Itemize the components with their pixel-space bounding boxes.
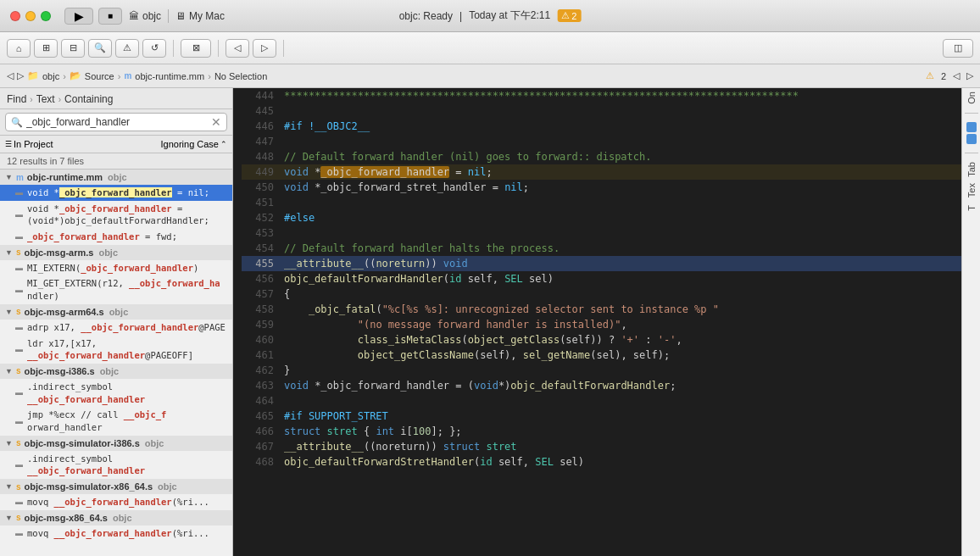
stop-button[interactable]: ■ bbox=[98, 8, 122, 25]
line-text bbox=[284, 225, 961, 241]
search-bar: 🔍 ✕ bbox=[0, 109, 232, 136]
result-item[interactable]: ▬ ldr x17,[x17, __objc_forward_handler@P… bbox=[0, 336, 232, 364]
result-group-sim-x86[interactable]: ▼ s objc-msg-simulator-x86_64.s objc bbox=[0, 479, 232, 494]
right-checkboxes bbox=[966, 122, 977, 144]
code-content[interactable]: 444 ************************************… bbox=[233, 88, 961, 556]
on-label[interactable]: On bbox=[966, 92, 977, 104]
checkbox-2[interactable] bbox=[966, 134, 977, 144]
warning-button[interactable]: ⚠ bbox=[115, 39, 139, 58]
result-bullet: ▬ bbox=[15, 416, 24, 427]
result-item[interactable]: ▬ adrp x17, __objc_forward_handler@PAGE bbox=[0, 320, 232, 336]
results-count: 12 results in 7 files bbox=[0, 153, 232, 170]
scope-selector[interactable]: ☰ In Project bbox=[5, 139, 53, 149]
back-button[interactable]: ◁ bbox=[226, 39, 249, 58]
code-line: 444 ************************************… bbox=[242, 88, 961, 103]
minimize-button[interactable] bbox=[25, 11, 36, 21]
play-button[interactable]: ▶ bbox=[64, 8, 93, 25]
result-text: movq __objc_forward_handler(%ri... bbox=[27, 527, 209, 540]
code-line: 466 struct stret { int i[100]; }; bbox=[242, 424, 961, 439]
file-type-icon: s bbox=[16, 247, 21, 257]
search-input[interactable] bbox=[26, 116, 208, 128]
search-button[interactable]: 🔍 bbox=[88, 39, 112, 58]
results-count-text: 12 results in 7 files bbox=[7, 156, 84, 166]
result-item[interactable]: ▬ jmp *%ecx // call __objc_forward_handl… bbox=[0, 407, 232, 435]
status-text: objc: Ready bbox=[399, 10, 453, 22]
result-item[interactable]: ▬ void *_objc_forward_handler = (void*)o… bbox=[0, 201, 232, 229]
line-text: // Default forward handler (nil) goes to… bbox=[284, 149, 961, 164]
result-group-x86[interactable]: ▼ s objc-msg-x86_64.s objc bbox=[0, 510, 232, 525]
line-text: objc_defaultForwardHandler(id self, SEL … bbox=[284, 271, 961, 286]
nav-objc: objc bbox=[42, 71, 59, 81]
group-project: objc bbox=[100, 366, 120, 376]
result-item[interactable]: ▬ .indirect_symbol __objc_forward_handle… bbox=[0, 451, 232, 479]
code-line: 460 class_isMetaClass(object_getClass(se… bbox=[242, 332, 961, 348]
right-panel: On Tab Tex T bbox=[961, 88, 980, 556]
code-line: 451 bbox=[242, 195, 961, 210]
scheme-button[interactable]: ⊠ bbox=[181, 39, 211, 58]
breadcrumb-sep-1: › bbox=[63, 71, 66, 81]
line-number: 451 bbox=[242, 195, 284, 210]
nav-forward[interactable]: ▷ bbox=[17, 70, 24, 81]
result-bullet: ▬ bbox=[15, 187, 24, 198]
result-item[interactable]: ▬ MI_GET_EXTERN(r12, __objc_forward_hand… bbox=[0, 275, 232, 303]
result-text: adrp x17, __objc_forward_handler@PAGE bbox=[27, 321, 226, 334]
close-button[interactable] bbox=[10, 11, 20, 21]
result-group-i386[interactable]: ▼ s objc-msg-i386.s objc bbox=[0, 364, 232, 379]
result-group-arm64[interactable]: ▼ s objc-msg-arm64.s objc bbox=[0, 304, 232, 320]
result-group-sim-i386[interactable]: ▼ s objc-msg-simulator-i386.s objc bbox=[0, 436, 232, 451]
nav-next-button[interactable]: ▷ bbox=[966, 70, 973, 81]
fullscreen-button[interactable] bbox=[41, 11, 51, 21]
code-line: 462 } bbox=[242, 363, 961, 378]
result-item[interactable]: ▬ .indirect_symbol __objc_forward_handle… bbox=[0, 379, 232, 407]
result-group-arm[interactable]: ▼ s objc-msg-arm.s objc bbox=[0, 245, 232, 260]
nav-prev-button[interactable]: ◁ bbox=[953, 70, 960, 81]
result-group-objc-runtime[interactable]: ▼ m objc-runtime.mm objc bbox=[0, 170, 232, 185]
nav-source-icon: 📂 bbox=[70, 70, 81, 81]
warning-badge[interactable]: ⚠ 2 bbox=[557, 9, 581, 22]
refresh-button[interactable]: ↺ bbox=[142, 39, 166, 58]
home-button[interactable]: ⌂ bbox=[7, 39, 31, 58]
result-item[interactable]: ▬ void *_objc_forward_handler = nil; bbox=[0, 185, 232, 201]
nav-selection: No Selection bbox=[214, 71, 267, 81]
text-label[interactable]: Text bbox=[36, 93, 55, 105]
result-text: _objc_forward_handler = fwd; bbox=[27, 231, 177, 243]
clear-icon[interactable]: ✕ bbox=[211, 115, 221, 129]
line-text bbox=[284, 134, 961, 149]
open-button[interactable]: ⊞ bbox=[34, 39, 58, 58]
line-text: void *_objc_forward_stret_handler = nil; bbox=[284, 180, 961, 195]
case-selector[interactable]: Ignoring Case ⌃ bbox=[161, 139, 228, 149]
line-text: objc_defaultForwardStretHandler(id self,… bbox=[284, 454, 961, 470]
toolbar: ⌂ ⊞ ⊟ 🔍 ⚠ ↺ ⊠ ◁ ▷ ◫ bbox=[0, 32, 980, 64]
code-line: 467 __attribute__((noreturn)) struct str… bbox=[242, 439, 961, 454]
group-filename: objc-msg-arm.s bbox=[24, 247, 93, 258]
line-number: 464 bbox=[242, 393, 284, 409]
containing-label: Containing bbox=[64, 93, 113, 105]
line-number: 458 bbox=[242, 302, 284, 317]
grid-button[interactable]: ⊟ bbox=[61, 39, 85, 58]
search-wrapper: 🔍 ✕ bbox=[5, 113, 227, 131]
forward-button[interactable]: ▷ bbox=[253, 39, 276, 58]
app-name: objc bbox=[142, 10, 161, 22]
tex-label: Tex bbox=[966, 183, 977, 197]
group-filename: objc-msg-i386.s bbox=[24, 366, 94, 376]
code-editor[interactable]: 444 ************************************… bbox=[233, 88, 961, 556]
group-triangle: ▼ bbox=[5, 439, 13, 448]
result-item[interactable]: ▬ movq __objc_forward_handler(%ri... bbox=[0, 525, 232, 542]
find-panel: Find › Text › Containing 🔍 ✕ ☰ In Projec… bbox=[0, 88, 233, 556]
results-list[interactable]: ▼ m objc-runtime.mm objc ▬ void *_objc_f… bbox=[0, 170, 232, 556]
result-item[interactable]: ▬ MI_EXTERN(_objc_forward_handler) bbox=[0, 260, 232, 276]
result-item[interactable]: ▬ _objc_forward_handler = fwd; bbox=[0, 229, 232, 245]
line-text: "(no message forward handler is installe… bbox=[284, 317, 961, 332]
line-number: 447 bbox=[242, 134, 284, 149]
nav-back[interactable]: ◁ bbox=[7, 70, 14, 81]
checkbox-1[interactable] bbox=[966, 122, 977, 132]
group-triangle: ▼ bbox=[5, 173, 13, 181]
app-icon: 🏛 bbox=[129, 10, 139, 22]
code-line: 454 // Default forward handler halts the… bbox=[242, 241, 961, 256]
result-bullet: ▬ bbox=[15, 322, 24, 333]
inspector-button[interactable]: ◫ bbox=[943, 39, 973, 58]
text-chevron: › bbox=[58, 95, 61, 104]
line-text bbox=[284, 393, 961, 409]
case-chevron: ⌃ bbox=[220, 140, 227, 148]
result-item[interactable]: ▬ movq __objc_forward_handler(%ri... bbox=[0, 494, 232, 510]
